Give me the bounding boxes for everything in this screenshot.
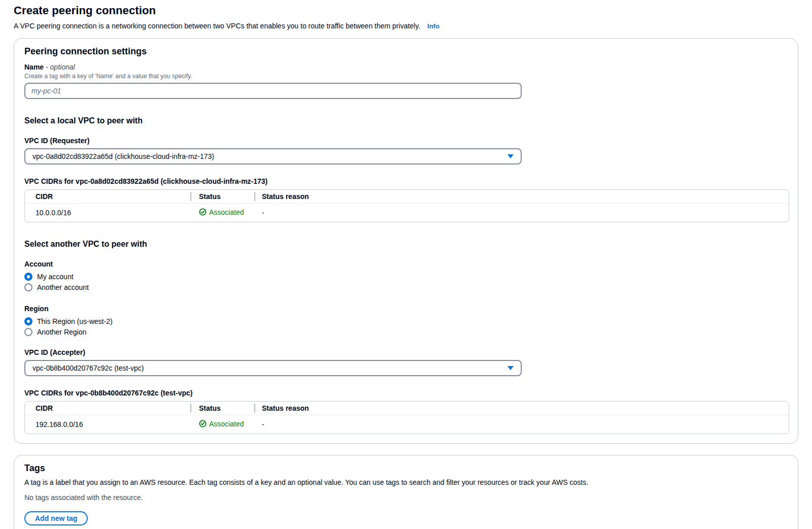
page-description: A VPC peering connection is a networking… bbox=[14, 22, 798, 30]
page-title: Create peering connection bbox=[14, 4, 798, 17]
column-header-status-reason: Status reason bbox=[254, 404, 789, 412]
radio-my-account[interactable]: My account bbox=[24, 271, 788, 282]
status-text: Associated bbox=[209, 420, 244, 428]
settings-card-heading: Peering connection settings bbox=[24, 46, 788, 57]
name-field-label: Name - optional bbox=[24, 63, 788, 71]
status-reason-cell: - bbox=[254, 209, 789, 217]
tags-description: A tag is a label that you assign to an A… bbox=[24, 478, 788, 486]
radio-this-region[interactable]: This Region (us-west-2) bbox=[24, 316, 788, 326]
status-cell: Associated bbox=[190, 420, 254, 429]
accepter-vpc-select[interactable]: vpc-0b8b400d20767c92c (test-vpc) bbox=[24, 360, 522, 376]
create-peering-connection-page: Create peering connection A VPC peering … bbox=[0, 0, 812, 529]
table-header-row: CIDR Status Status reason bbox=[25, 190, 789, 204]
tags-card: Tags A tag is a label that you assign to… bbox=[14, 455, 798, 529]
accepter-vpc-selected-value: vpc-0b8b400d20767c92c (test-vpc) bbox=[32, 364, 144, 372]
dropdown-caret-icon bbox=[507, 366, 514, 370]
page-description-text: A VPC peering connection is a networking… bbox=[14, 22, 420, 30]
column-header-status-reason: Status reason bbox=[254, 192, 789, 201]
column-header-status: Status bbox=[190, 404, 254, 412]
account-group-label: Account bbox=[24, 260, 788, 268]
table-row: 192.168.0.0/16 Associated - bbox=[25, 415, 789, 434]
accepter-vpc-label: VPC ID (Accepter) bbox=[24, 348, 788, 356]
cidr-cell: 10.0.0.0/16 bbox=[25, 209, 190, 217]
local-vpc-section-heading: Select a local VPC to peer with bbox=[24, 116, 788, 125]
add-new-tag-button[interactable]: Add new tag bbox=[24, 511, 88, 525]
status-text: Associated bbox=[209, 208, 244, 216]
info-link[interactable]: Info bbox=[427, 22, 439, 30]
requester-vpc-label: VPC ID (Requester) bbox=[24, 137, 788, 145]
column-header-status: Status bbox=[190, 192, 254, 201]
status-success-icon bbox=[199, 420, 207, 427]
radio-another-region[interactable]: Another Region bbox=[24, 326, 788, 337]
radio-another-account[interactable]: Another account bbox=[24, 282, 788, 292]
table-row: 10.0.0.0/16 Associated - bbox=[25, 204, 789, 222]
status-reason-cell: - bbox=[254, 420, 789, 428]
cidr-cell: 192.168.0.0/16 bbox=[25, 420, 190, 428]
name-field-constraint: Create a tag with a key of 'Name' and a … bbox=[24, 73, 788, 80]
requester-vpc-select[interactable]: vpc-0a8d02cd83922a65d (clickhouse-cloud-… bbox=[24, 148, 522, 164]
requester-vpc-selected-value: vpc-0a8d02cd83922a65d (clickhouse-cloud-… bbox=[32, 152, 214, 160]
status-cell: Associated bbox=[190, 208, 254, 218]
region-group-label: Region bbox=[24, 305, 788, 313]
radio-unselected-icon bbox=[24, 328, 32, 336]
column-header-cidr: CIDR bbox=[25, 404, 190, 412]
optional-suffix: - optional bbox=[46, 63, 75, 71]
region-radio-group: This Region (us-west-2) Another Region bbox=[24, 316, 788, 337]
tags-card-heading: Tags bbox=[24, 463, 788, 474]
tags-empty-text: No tags associated with the resource. bbox=[24, 493, 788, 502]
account-radio-group: My account Another account bbox=[24, 271, 788, 292]
name-input[interactable] bbox=[24, 83, 522, 99]
dropdown-caret-icon bbox=[507, 154, 514, 158]
accepter-cidr-heading: VPC CIDRs for vpc-0b8b400d20767c92c (tes… bbox=[24, 389, 788, 397]
radio-selected-icon bbox=[24, 317, 32, 325]
radio-unselected-icon bbox=[24, 283, 32, 291]
column-header-cidr: CIDR bbox=[25, 192, 190, 201]
accepter-cidr-table: CIDR Status Status reason 192.168.0.0/16… bbox=[24, 401, 789, 434]
other-vpc-section-heading: Select another VPC to peer with bbox=[24, 240, 788, 249]
peering-settings-card: Peering connection settings Name - optio… bbox=[14, 38, 798, 444]
radio-selected-icon bbox=[24, 273, 32, 281]
requester-cidr-heading: VPC CIDRs for vpc-0a8d02cd83922a65d (cli… bbox=[24, 177, 788, 185]
status-success-icon bbox=[199, 208, 207, 216]
requester-cidr-table: CIDR Status Status reason 10.0.0.0/16 As… bbox=[24, 189, 789, 222]
table-header-row: CIDR Status Status reason bbox=[25, 402, 789, 415]
